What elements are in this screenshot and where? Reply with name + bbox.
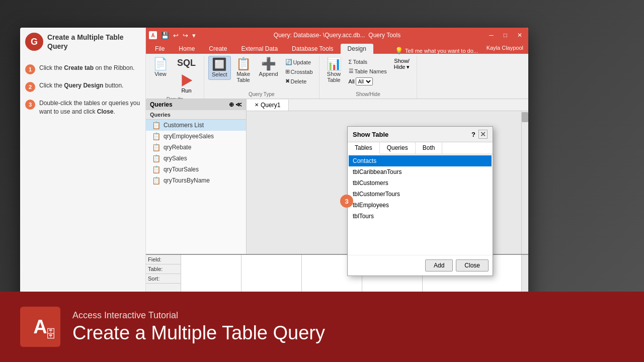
instruction-panel: G Create a Multiple Table Query 1 Click … xyxy=(20,28,146,314)
bottom-bar: A 🗄 Access Interactive Tutorial Create a… xyxy=(0,292,644,362)
show-hide-label: Show/Hide ▾ xyxy=(394,58,410,70)
delete-btn[interactable]: ✖ Delete xyxy=(283,77,315,85)
query-icon-tours-by-name: 📋 xyxy=(152,176,160,185)
step-number-3: 3 xyxy=(25,100,35,110)
query-icon-rebate: 📋 xyxy=(152,143,160,151)
access-logo: A 🗄 xyxy=(20,307,60,347)
dialog-tab-tables[interactable]: Tables xyxy=(348,142,380,154)
table-names-btn[interactable]: ☰ Table Names xyxy=(347,67,389,75)
table-names-label: Table Names xyxy=(355,68,387,74)
run-btn[interactable]: Run xyxy=(178,72,195,96)
tab-file[interactable]: File xyxy=(148,44,172,54)
dialog-buttons: Add Close xyxy=(348,255,493,276)
lightbulb-icon: 💡 xyxy=(395,47,403,54)
make-table-label: MakeTable xyxy=(236,71,250,83)
scroll-thumb[interactable] xyxy=(522,112,528,122)
save-qa-btn[interactable]: 💾 xyxy=(160,31,170,40)
nav-item-sales[interactable]: 📋 qrySales xyxy=(146,153,246,164)
dialog-table-list: Contacts tblCaribbeanTours tblCustomers … xyxy=(348,154,493,255)
tab-database-tools[interactable]: Database Tools xyxy=(285,44,341,54)
query-close-x[interactable]: ✕ xyxy=(255,102,259,108)
dialog-tabs: Tables Queries Both xyxy=(348,142,493,154)
append-label: Append xyxy=(259,71,278,77)
tab-create[interactable]: Create xyxy=(202,44,234,54)
nav-item-employee-sales[interactable]: 📋 qryEmployeeSales xyxy=(146,131,246,142)
maximize-btn[interactable]: □ xyxy=(501,31,510,40)
select-btn[interactable]: 🔲 Select xyxy=(208,56,231,80)
append-btn[interactable]: ➕ Append xyxy=(256,56,281,79)
nav-panel-controls[interactable]: ⊕ ≪ xyxy=(229,101,242,108)
columns-icon: ☰ xyxy=(349,68,354,74)
tab-design[interactable]: Design xyxy=(341,44,373,54)
title-bar-text: Query: Database- \Query.acc.db... Query … xyxy=(274,32,400,39)
list-item-employees[interactable]: tblEmployees xyxy=(349,200,492,211)
instruction-title: Create a Multiple Table Query xyxy=(47,33,140,51)
list-item-customers[interactable]: tblCustomers xyxy=(349,177,492,189)
step-text-2: Click the Query Design button. xyxy=(39,81,123,90)
dialog-help-btn[interactable]: ? xyxy=(471,131,475,138)
crosstab-btn[interactable]: ⊞ Crosstab xyxy=(283,67,315,76)
show-table-label: ShowTable xyxy=(327,71,341,83)
show-table-btn[interactable]: 📊 ShowTable xyxy=(324,56,345,85)
columns-dropdown[interactable]: All xyxy=(356,77,373,85)
redo-qa-btn[interactable]: ↪ xyxy=(182,31,189,40)
view-label: View xyxy=(154,71,167,77)
grid-table-label: Table: xyxy=(146,264,181,274)
bottom-text-block: Access Interactive Tutorial Create a Mul… xyxy=(72,310,325,344)
sql-btn[interactable]: SQL xyxy=(173,56,200,70)
step-text-1: Click the Create tab on the Ribbon. xyxy=(39,64,134,72)
query-design-area: ✕ Query1 3 Show Table ? ✕ xyxy=(247,99,528,313)
run-label: Run xyxy=(181,87,191,94)
list-item-customer-tours[interactable]: tblCustomerTours xyxy=(349,189,492,200)
update-icon: 🔄 xyxy=(285,59,292,65)
nav-item-tours-by-name[interactable]: 📋 qryToursByName xyxy=(146,175,246,186)
ribbon-group-show-hide: 📊 ShowTable Σ Totals ☰ Table Names xyxy=(321,56,418,99)
step-3-badge: 3 xyxy=(340,195,353,208)
delete-icon: ✖ xyxy=(285,78,290,84)
list-item-contacts[interactable]: Contacts xyxy=(349,155,492,166)
ribbon-group-query-type: 🔲 Select 📋 MakeTable ➕ Append 🔄 xyxy=(206,56,319,99)
dialog-add-btn[interactable]: Add xyxy=(425,259,453,272)
tab-home[interactable]: Home xyxy=(172,44,202,54)
list-item-tours[interactable]: tblTours xyxy=(349,211,492,222)
query-icon-tour-sales: 📋 xyxy=(152,165,160,173)
update-label: Update xyxy=(293,59,311,65)
nav-panel-title: Queries xyxy=(150,101,173,108)
show-table-icon: 📊 xyxy=(327,58,342,70)
undo-qa-btn[interactable]: ↩ xyxy=(172,31,180,40)
instruction-header: G Create a Multiple Table Query xyxy=(25,33,140,56)
bottom-subtitle: Access Interactive Tutorial xyxy=(72,310,325,321)
select-icon: 🔲 xyxy=(212,58,227,70)
nav-panel-header: Queries ⊕ ≪ xyxy=(146,99,246,110)
dialog-close-dialog-btn[interactable]: Close xyxy=(456,259,489,272)
tell-me-bar[interactable]: 💡 Tell me what you want to do... xyxy=(395,47,478,54)
crosstab-icon: ⊞ xyxy=(285,68,290,75)
dialog-close-btn[interactable]: ✕ xyxy=(478,130,488,139)
query-icon-customers: 📋 xyxy=(152,121,160,129)
update-btn[interactable]: 🔄 Update xyxy=(283,58,315,66)
title-bar-left: A 💾 ↩ ↪ ▾ xyxy=(149,31,197,40)
g-logo-icon: G xyxy=(25,33,43,51)
qa-dropdown[interactable]: ▾ xyxy=(191,31,197,40)
dialog-tab-both[interactable]: Both xyxy=(416,142,443,154)
totals-columns-btn[interactable]: Σ Totals xyxy=(347,58,389,66)
quick-access-toolbar: 💾 ↩ ↪ ▾ xyxy=(160,31,197,40)
append-icon: ➕ xyxy=(261,58,276,70)
query-tab-label: Query1 xyxy=(261,102,280,109)
show-hide-btn[interactable]: Show/Hide ▾ xyxy=(391,56,413,72)
query-tabs: ✕ Query1 xyxy=(247,99,528,111)
list-item-caribbean-tours[interactable]: tblCaribbeanTours xyxy=(349,166,492,177)
close-btn[interactable]: ✕ xyxy=(514,31,525,40)
tab-external-data[interactable]: External Data xyxy=(234,44,285,54)
crosstab-label: Crosstab xyxy=(291,69,313,75)
minimize-btn[interactable]: ─ xyxy=(486,31,497,40)
nav-item-label-customers: Customers List xyxy=(164,122,204,129)
nav-item-customers-list[interactable]: 📋 Customers List xyxy=(146,120,246,131)
query-tab-1[interactable]: ✕ Query1 xyxy=(247,100,289,111)
nav-item-tour-sales[interactable]: 📋 qryTourSales xyxy=(146,164,246,175)
make-table-btn[interactable]: 📋 MakeTable xyxy=(233,56,254,85)
grid-field-label: Field: xyxy=(146,255,181,264)
nav-item-rebate[interactable]: 📋 qryRebate xyxy=(146,142,246,153)
view-btn[interactable]: 📄 View xyxy=(150,56,171,79)
dialog-tab-queries[interactable]: Queries xyxy=(380,142,416,154)
